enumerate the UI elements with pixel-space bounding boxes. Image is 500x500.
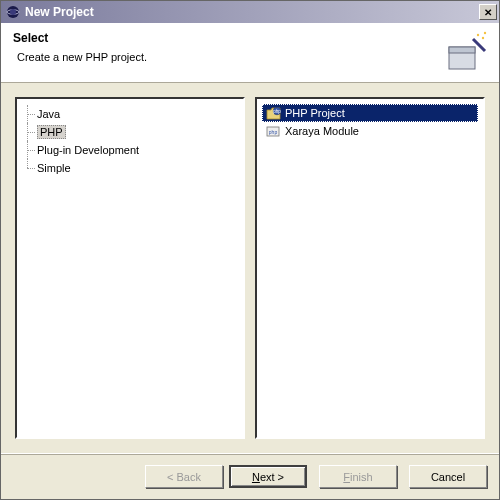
next-button[interactable]: Next > bbox=[229, 465, 307, 488]
wizard-list-panel[interactable]: php PHP Project php Xaraya Module bbox=[255, 97, 485, 439]
php-project-icon: php bbox=[265, 106, 281, 120]
banner: Select Create a new PHP project. bbox=[1, 23, 499, 83]
tree-item-label: PHP bbox=[37, 125, 66, 139]
svg-point-5 bbox=[477, 34, 479, 36]
content-area: Java PHP Plug-in Development Simple php … bbox=[1, 83, 499, 453]
banner-title: Select bbox=[13, 31, 443, 45]
banner-text: Select Create a new PHP project. bbox=[13, 31, 443, 63]
svg-text:php: php bbox=[268, 129, 277, 135]
button-label: < Back bbox=[167, 471, 201, 483]
svg-point-6 bbox=[482, 37, 484, 39]
new-project-wizard-icon bbox=[443, 31, 487, 75]
svg-rect-4 bbox=[449, 47, 475, 53]
close-button[interactable]: ✕ bbox=[479, 4, 497, 20]
list-item-php-project[interactable]: php PHP Project bbox=[262, 104, 478, 122]
tree-item-label: Simple bbox=[37, 162, 71, 174]
xaraya-module-icon: php bbox=[265, 124, 281, 138]
tree-item-simple[interactable]: Simple bbox=[23, 159, 237, 177]
titlebar[interactable]: New Project ✕ bbox=[1, 1, 499, 23]
button-label: Next > bbox=[252, 471, 284, 483]
wizard-list: php PHP Project php Xaraya Module bbox=[259, 101, 481, 143]
window-title: New Project bbox=[25, 5, 479, 19]
banner-description: Create a new PHP project. bbox=[17, 51, 443, 63]
tree-item-plugin-dev[interactable]: Plug-in Development bbox=[23, 141, 237, 159]
svg-text:php: php bbox=[273, 109, 281, 114]
category-tree: Java PHP Plug-in Development Simple bbox=[19, 101, 241, 181]
finish-button: Finish bbox=[319, 465, 397, 488]
tree-item-label: Java bbox=[37, 108, 60, 120]
category-tree-panel[interactable]: Java PHP Plug-in Development Simple bbox=[15, 97, 245, 439]
tree-item-php[interactable]: PHP bbox=[23, 123, 237, 141]
tree-item-java[interactable]: Java bbox=[23, 105, 237, 123]
button-label: Cancel bbox=[431, 471, 465, 483]
button-label: Finish bbox=[343, 471, 372, 483]
svg-point-7 bbox=[484, 32, 486, 34]
button-bar: < Back Next > Finish Cancel bbox=[1, 453, 499, 499]
tree-item-label: Plug-in Development bbox=[37, 144, 139, 156]
list-item-label: Xaraya Module bbox=[285, 123, 359, 139]
new-project-dialog: New Project ✕ Select Create a new PHP pr… bbox=[0, 0, 500, 500]
cancel-button[interactable]: Cancel bbox=[409, 465, 487, 488]
close-icon: ✕ bbox=[484, 7, 492, 18]
eclipse-icon bbox=[5, 4, 21, 20]
svg-point-2 bbox=[10, 9, 16, 15]
back-button: < Back bbox=[145, 465, 223, 488]
list-item-label: PHP Project bbox=[285, 105, 345, 121]
list-item-xaraya-module[interactable]: php Xaraya Module bbox=[262, 122, 478, 140]
